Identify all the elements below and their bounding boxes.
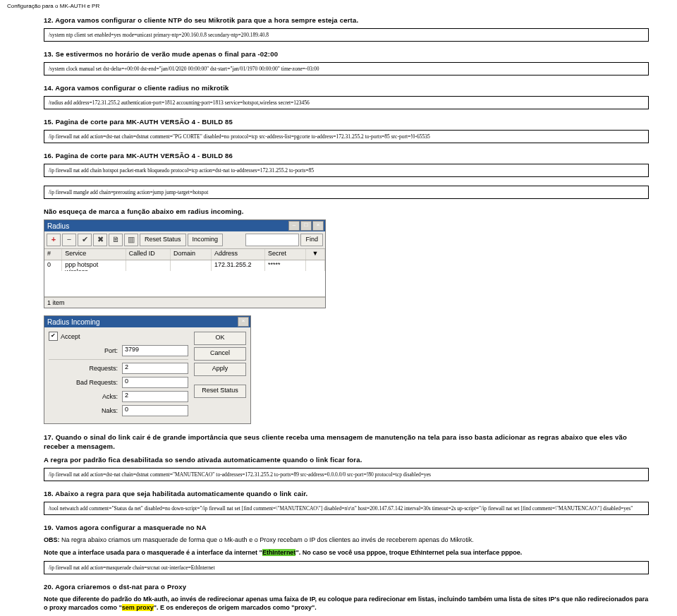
enable-icon[interactable]: ✔ (78, 234, 92, 246)
step-17-sub: A regra por padrão fica desabilitada so … (44, 456, 649, 464)
accept-checkbox[interactable]: ✔ (49, 332, 58, 341)
accept-label: Accept (61, 333, 80, 340)
step-13-title: 13. Se estivermos no horário de verão mu… (44, 50, 649, 58)
col-address[interactable]: Address (212, 249, 265, 260)
cell-domain (171, 260, 212, 271)
ok-button[interactable]: OK (194, 332, 246, 345)
incoming-button[interactable]: Incoming (188, 234, 224, 246)
cell-address: 172.31.255.2 (212, 260, 265, 271)
step-19-note: Note que a interface usada para o masque… (44, 548, 649, 557)
step-16-cmd2: /ip firewall mangle add chain=prerouting… (44, 186, 649, 199)
highlight-sem-proxy: sem proxy (122, 604, 154, 611)
bad-requests-label: Bad Requests: (49, 379, 118, 386)
step-13-cmd: /system clock manual set dst-delta=+00:0… (44, 62, 649, 76)
reset-status-button[interactable]: Reset Status (140, 234, 186, 246)
step-18-cmd: /tool netwatch add comment="Status da ne… (44, 502, 649, 515)
bad-requests-value: 0 (122, 377, 188, 388)
incoming-title-text: Radius Incoming (47, 318, 99, 326)
port-input[interactable]: 3799 (122, 345, 188, 356)
col-domain[interactable]: Domain (171, 249, 212, 260)
step-18-title: 18. Abaixo a regra para que seja habilit… (44, 490, 649, 497)
step-14-title: 14. Agora vamos configurar o cliente rad… (44, 84, 649, 92)
cell-called (126, 260, 171, 271)
cell-hash: 0 (44, 260, 62, 271)
highlight-ethinternet: EthInternet (262, 549, 296, 556)
add-icon[interactable]: + (47, 234, 61, 246)
port-label: Port: (49, 347, 118, 354)
step-19-cmd: /ip firewall nat add action=masquerade c… (44, 561, 649, 574)
naks-value: 0 (122, 405, 188, 416)
col-service[interactable]: Service (62, 249, 126, 260)
step-16-cmd1: /ip firewall nat add chain hotspot packe… (44, 164, 649, 177)
disable-icon[interactable]: ✖ (93, 234, 107, 246)
cell-service: ppp hotspot wireless (62, 260, 126, 271)
radius-title-text: Radius (47, 222, 69, 230)
step-17-title: 17. Quando o sinal do link cair é de gra… (44, 433, 649, 452)
counters-icon[interactable]: ▥ (124, 234, 138, 246)
reset-status-button[interactable]: Reset Status (194, 385, 246, 398)
step-20-note: Note que diferente do padrão do Mk-auth,… (44, 595, 649, 612)
step-19-title: 19. Vamos agora configurar a masquerade … (44, 524, 649, 531)
cell-secret: ***** (265, 260, 306, 271)
col-hash[interactable]: # (44, 249, 62, 260)
radius-status: 1 item (44, 297, 325, 308)
acks-label: Acks: (49, 393, 118, 400)
close-icon[interactable]: × (312, 221, 324, 231)
step-16-note: Não esqueça de marca a função abaixo em … (44, 207, 649, 215)
remove-icon[interactable]: − (62, 234, 76, 246)
acks-value: 2 (122, 391, 188, 402)
step-17-cmd: /ip firewall nat add action=dst-nat chai… (44, 468, 649, 481)
col-menu[interactable]: ▼ (306, 249, 325, 260)
table-header[interactable]: # Service Called ID Domain Address Secre… (44, 249, 325, 260)
col-called[interactable]: Called ID (126, 249, 171, 260)
step-14-cmd: /radius add address=172.31.255.2 authent… (44, 96, 649, 109)
step-15-title: 15. Pagina de corte para MK-AUTH VERSÃO … (44, 118, 649, 126)
step-12-title: 12. Agora vamos configurar o cliente NTP… (44, 16, 649, 24)
close-icon[interactable]: × (238, 317, 249, 327)
requests-label: Requests: (49, 365, 118, 372)
radius-incoming-window: Radius Incoming × ✔ Accept Port: 3799 (44, 315, 251, 424)
radius-window: Radius – □ × + − ✔ ✖ 🗎 ▥ Reset Status In… (44, 219, 326, 308)
find-button[interactable]: Find (300, 234, 323, 246)
step-15-cmd: /ip firewall nat add action=dst-nat chai… (44, 130, 649, 143)
radius-toolbar: + − ✔ ✖ 🗎 ▥ Reset Status Incoming Find (44, 231, 325, 249)
minimize-icon[interactable]: – (288, 221, 300, 231)
find-input[interactable] (245, 234, 299, 246)
col-secret[interactable]: Secret (265, 249, 306, 260)
page-header: Configuração para o MK-AUTH e PR (7, 3, 670, 9)
step-16-title: 16. Pagina de corte para MK-AUTH VERSÃO … (44, 152, 649, 159)
radius-table: # Service Called ID Domain Address Secre… (44, 249, 325, 297)
cancel-button[interactable]: Cancel (194, 347, 246, 361)
requests-value: 2 (122, 363, 188, 374)
step-19-obs: OBS: Na regra abaixo criamos um masquera… (44, 536, 649, 544)
comment-icon[interactable]: 🗎 (109, 234, 123, 246)
naks-label: Naks: (49, 407, 118, 414)
radius-titlebar[interactable]: Radius – □ × (44, 220, 325, 231)
table-row[interactable]: 0 ppp hotspot wireless 172.31.255.2 ****… (44, 260, 325, 271)
step-20-title: 20. Agora criaremos o dst-nat para o Pro… (44, 583, 649, 591)
maximize-icon[interactable]: □ (300, 221, 312, 231)
incoming-titlebar[interactable]: Radius Incoming × (44, 316, 250, 327)
step-12-cmd: /system ntp client set enabled=yes mode=… (44, 28, 649, 42)
apply-button[interactable]: Apply (194, 363, 246, 376)
